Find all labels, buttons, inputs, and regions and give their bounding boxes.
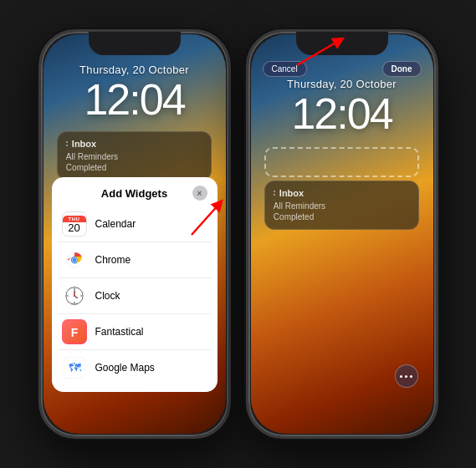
list-item[interactable]: F Fantastical: [59, 314, 211, 350]
widget-dot-2: [66, 145, 68, 146]
fantastical-app-name: Fantastical: [95, 326, 144, 338]
cancel-button[interactable]: Cancel: [263, 61, 307, 77]
fantastical-icon: F: [62, 319, 87, 344]
wallpaper-left: Thursday, 20 October 12:04 Inbox A: [44, 34, 226, 434]
clock-app-name: Clock: [95, 290, 120, 302]
reminders-widget-right[interactable]: Inbox All RemindersCompleted: [264, 181, 419, 230]
widget-header-left: Inbox: [66, 139, 202, 149]
right-phone: Cancel Done Thursday, 20 October 12:04: [246, 29, 438, 439]
panel-title: Add Widgets: [101, 187, 167, 200]
list-item[interactable]: Clock: [59, 278, 211, 314]
widget-dots-right: [274, 191, 275, 196]
svg-text:F: F: [70, 326, 78, 339]
screen-right: Cancel Done Thursday, 20 October 12:04: [251, 34, 433, 434]
list-item[interactable]: THU 20 Calendar: [59, 206, 211, 242]
widget-header-right: Inbox: [274, 188, 410, 198]
dot-1: [400, 375, 402, 378]
dot-2: [405, 375, 407, 378]
widget-dot-3: [274, 191, 275, 192]
chrome-icon: [62, 247, 87, 272]
panel-list: THU 20 Calendar: [52, 206, 218, 392]
three-dots-button[interactable]: [395, 364, 418, 388]
widget-area-right: Inbox All RemindersCompleted: [264, 181, 419, 230]
panel-header: Add Widgets ×: [52, 177, 218, 206]
date-left: Thursday, 20 October: [79, 64, 189, 76]
svg-text:🗺: 🗺: [68, 360, 80, 374]
list-item[interactable]: Chrome: [59, 242, 211, 278]
gmaps-icon: 🗺: [62, 355, 87, 380]
notch-right: [296, 32, 388, 55]
widget-area-left: Inbox All RemindersCompleted: [57, 131, 212, 181]
widget-title-right: Inbox: [279, 188, 304, 198]
widget-subtitle-right: All RemindersCompleted: [274, 201, 410, 222]
time-right: 12:04: [291, 92, 392, 135]
list-item[interactable]: 🗺 Google Maps: [59, 350, 211, 385]
notch-left: [89, 32, 181, 55]
widget-dots-left: [66, 141, 68, 146]
time-left: 12:04: [84, 78, 184, 121]
add-widgets-panel: Add Widgets × THU 20 Calendar: [52, 177, 218, 392]
svg-point-4: [72, 258, 76, 262]
calendar-icon: THU 20: [62, 211, 87, 237]
wallpaper-right: Cancel Done Thursday, 20 October 12:04: [251, 34, 433, 434]
widget-placeholder: [264, 147, 419, 177]
widget-dot-1: [66, 141, 68, 143]
chrome-app-name: Chrome: [95, 254, 131, 266]
left-phone: Thursday, 20 October 12:04 Inbox A: [38, 29, 231, 439]
top-buttons: Cancel Done: [251, 61, 433, 77]
dot-3: [410, 375, 412, 378]
screen-left: Thursday, 20 October 12:04 Inbox A: [44, 34, 226, 434]
main-container: Thursday, 20 October 12:04 Inbox A: [38, 29, 438, 439]
gmaps-app-name: Google Maps: [95, 362, 155, 374]
reminders-widget-left[interactable]: Inbox All RemindersCompleted: [57, 131, 212, 181]
clock-icon: [62, 283, 87, 308]
widget-subtitle-left: All RemindersCompleted: [66, 151, 202, 173]
widget-title-left: Inbox: [72, 139, 96, 149]
calendar-app-name: Calendar: [95, 218, 136, 230]
widget-dot-4: [274, 194, 275, 196]
svg-point-15: [73, 295, 74, 297]
done-button[interactable]: Done: [382, 61, 422, 77]
date-right: Thursday, 20 October: [287, 78, 397, 90]
panel-close-button[interactable]: ×: [192, 186, 207, 201]
cal-day-num: 20: [68, 222, 79, 233]
